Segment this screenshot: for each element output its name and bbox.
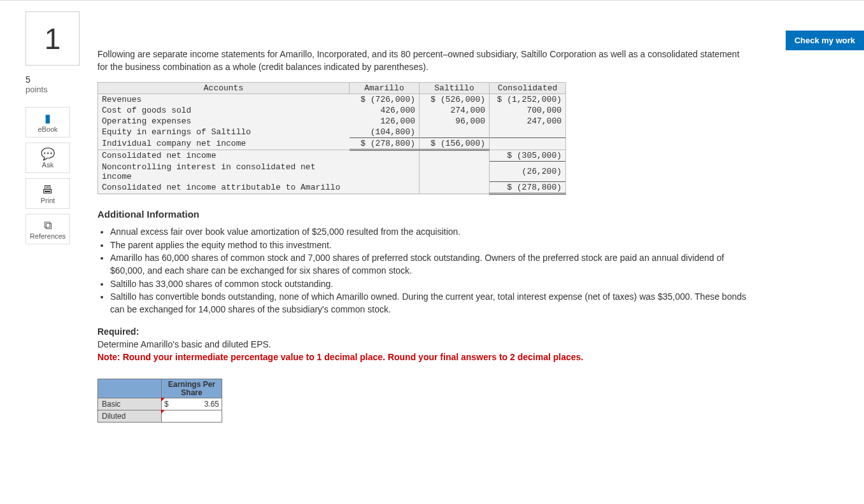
- answer-table: Earnings Per Share Basic $ 3.65 Diluted: [97, 379, 222, 423]
- ebook-label: eBook: [29, 125, 67, 133]
- additional-info-list: Annual excess fair over book value amort…: [97, 226, 748, 316]
- list-item: Saltillo has convertible bonds outstandi…: [110, 291, 748, 316]
- col-header-amarillo: Amarillo: [350, 83, 420, 94]
- table-row: Individual company net income $ (278,800…: [98, 138, 566, 150]
- ask-button[interactable]: 💬 Ask: [25, 143, 70, 173]
- table-row: Consolidated net income $ (305,000): [98, 150, 566, 162]
- check-my-work-button[interactable]: Check my work: [786, 31, 864, 50]
- print-button[interactable]: 🖶 Print: [25, 178, 70, 209]
- basic-eps-input[interactable]: $ 3.65: [162, 398, 222, 410]
- diluted-label: Diluted: [98, 410, 162, 423]
- table-row: Revenues $ (726,000) $ (526,000) $ (1,25…: [98, 94, 566, 106]
- col-header-saltillo: Saltillo: [420, 83, 490, 94]
- required-text: Determine Amarillo's basic and diluted E…: [97, 339, 271, 349]
- book-icon: ▮: [29, 113, 67, 124]
- table-row: Operating expenses 126,000 96,000 247,00…: [98, 116, 566, 127]
- points-label: points: [25, 85, 80, 94]
- income-statement-table: Accounts Amarillo Saltillo Consolidated …: [97, 82, 566, 195]
- answer-header: Earnings Per Share: [162, 379, 222, 398]
- col-header-accounts: Accounts: [98, 83, 350, 94]
- required-label: Required:: [97, 326, 139, 337]
- table-row: Equity in earnings of Saltillo (104,800): [98, 127, 566, 138]
- copy-icon: ⧉: [29, 220, 67, 231]
- ask-label: Ask: [29, 161, 67, 169]
- references-button[interactable]: ⧉ References: [25, 214, 70, 244]
- references-label: References: [29, 232, 67, 240]
- diluted-eps-input[interactable]: [162, 410, 222, 423]
- list-item: Saltillo has 33,000 shares of common sto…: [110, 278, 748, 291]
- points-value: 5: [25, 74, 80, 85]
- list-item: Annual excess fair over book value amort…: [110, 226, 748, 239]
- table-row: Consolidated net income attributable to …: [98, 182, 566, 194]
- printer-icon: 🖶: [29, 184, 67, 195]
- additional-info-title: Additional Information: [97, 209, 748, 220]
- question-number: 1: [25, 11, 80, 66]
- chat-icon: 💬: [29, 148, 67, 160]
- note-text: Note: Round your intermediate percentage…: [97, 352, 583, 362]
- list-item: The parent applies the equity method to …: [110, 239, 748, 252]
- table-row: Cost of goods sold 426,000 274,000 700,0…: [98, 105, 566, 116]
- answer-corner-cell: [98, 379, 162, 398]
- basic-label: Basic: [98, 398, 162, 410]
- intro-text: Following are separate income statements…: [97, 48, 748, 73]
- table-row: Noncontrolling interest in consolidated …: [98, 162, 566, 182]
- print-label: Print: [29, 197, 67, 204]
- list-item: Amarillo has 60,000 shares of common sto…: [110, 252, 748, 277]
- ebook-button[interactable]: ▮ eBook: [25, 107, 70, 137]
- col-header-consolidated: Consolidated: [490, 83, 566, 94]
